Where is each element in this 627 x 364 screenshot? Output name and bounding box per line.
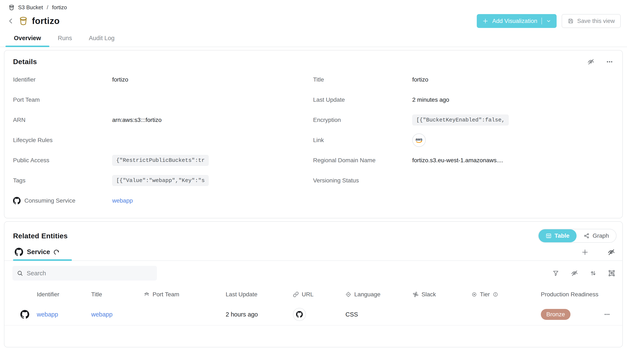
bucket-icon (8, 4, 15, 11)
col-slack[interactable]: Slack (413, 291, 471, 298)
field-port-team: Port Team (13, 90, 313, 110)
col-title[interactable]: Title (91, 291, 144, 298)
sort-icon[interactable] (590, 270, 597, 277)
github-icon (13, 197, 21, 205)
table-row[interactable]: webapp webapp 2 hours ago CSS Bronze (4, 304, 622, 325)
field-encryption: Encryption [{"BucketKeyEnabled":false, (313, 110, 613, 130)
row-title-link[interactable]: webapp (91, 311, 113, 318)
s3-bucket-icon (18, 16, 28, 26)
col-language[interactable]: Language (345, 291, 413, 298)
aws-link-badge[interactable]: aws (412, 133, 426, 147)
more-options-icon[interactable] (606, 58, 613, 65)
breadcrumb-entity[interactable]: fortizo (52, 4, 67, 11)
field-tags: Tags [{"Value":"webapp","Key":"s (13, 170, 313, 191)
hide-empty-values-icon[interactable] (587, 58, 595, 66)
hide-columns-icon[interactable] (571, 269, 578, 277)
group-by-icon[interactable] (608, 270, 615, 277)
field-lifecycle-rules: Lifecycle Rules (13, 130, 313, 150)
table-icon (546, 233, 552, 239)
related-entities-title: Related Entities (13, 232, 68, 240)
table-controls-row (12, 266, 615, 281)
field-title: Title fortizo (313, 70, 613, 90)
target-icon (471, 292, 477, 297)
add-visualization-label: Add Visualization (492, 18, 537, 24)
add-related-entity-button[interactable] (581, 248, 589, 256)
page-title: fortizo (32, 16, 60, 26)
related-entities-table: Identifier Title Port Team Last Update (4, 288, 622, 325)
tab-runs[interactable]: Runs (49, 35, 80, 47)
field-link: Link aws (313, 130, 613, 150)
table-header-row: Identifier Title Port Team Last Update (4, 288, 622, 301)
breadcrumb-blueprint[interactable]: S3 Bucket (18, 4, 43, 11)
related-entities-card: Related Entities Table Gra (4, 221, 623, 347)
header-actions: Add Visualization Save this view (477, 14, 621, 28)
tab-overview[interactable]: Overview (5, 35, 49, 47)
details-grid: Identifier fortizo Port Team ARN arn:aws… (4, 66, 622, 218)
breadcrumb-separator: / (47, 4, 49, 11)
breadcrumb: S3 Bucket / fortizo (0, 0, 627, 11)
field-last-update: Last Update 2 minutes ago (313, 90, 613, 110)
view-toggle: Table Graph (538, 229, 617, 243)
slack-icon (413, 292, 418, 297)
hide-empty-columns-icon[interactable] (607, 248, 615, 256)
field-regional-domain-name: Regional Domain Name fortizo.s3.eu-west-… (313, 150, 613, 170)
info-icon[interactable] (493, 292, 498, 297)
github-icon (15, 248, 23, 256)
row-blueprint-icon (13, 310, 37, 319)
col-production-readiness[interactable]: Production Readiness (541, 291, 604, 298)
related-tabs-row: Service (4, 248, 622, 261)
button-divider (541, 18, 542, 24)
details-card: Details Identifier fortizo Port Team ARN… (4, 50, 623, 218)
back-button[interactable] (6, 16, 15, 26)
row-identifier-link[interactable]: webapp (37, 311, 58, 318)
col-tier[interactable]: Tier (471, 291, 541, 298)
save-this-view-label: Save this view (577, 18, 615, 24)
field-versioning-status: Versioning Status (313, 170, 613, 191)
relation-direction-icon (54, 249, 60, 255)
save-this-view-button[interactable]: Save this view (562, 14, 621, 28)
search-box[interactable] (12, 266, 157, 281)
details-title: Details (13, 57, 37, 66)
col-identifier[interactable]: Identifier (37, 291, 91, 298)
table-view-toggle[interactable]: Table (538, 229, 576, 242)
tab-audit-log[interactable]: Audit Log (80, 35, 123, 47)
consuming-service-link[interactable]: webapp (112, 197, 133, 204)
row-language: CSS (345, 311, 413, 318)
tab-service[interactable]: Service (13, 248, 72, 260)
link-icon (293, 292, 299, 297)
search-icon (17, 270, 23, 277)
entity-tabs: Overview Runs Audit Log (0, 35, 627, 47)
col-port-team[interactable]: Port Team (144, 291, 226, 298)
entity-header: fortizo Add Visualization Save this view (0, 11, 627, 28)
graph-view-toggle[interactable]: Graph (576, 229, 616, 242)
filter-icon[interactable] (552, 270, 559, 277)
plus-icon (482, 18, 488, 24)
graph-icon (584, 233, 590, 239)
production-readiness-badge: Bronze (541, 309, 571, 320)
row-more-options-icon[interactable] (604, 311, 610, 317)
chevron-down-icon[interactable] (546, 18, 551, 24)
col-url[interactable]: URL (293, 291, 345, 298)
field-arn: ARN arn:aws:s3:::fortizo (13, 110, 313, 130)
related-entities-header: Related Entities Table Gra (4, 222, 622, 243)
team-icon (144, 292, 150, 297)
field-consuming-service: Consuming Service webapp (13, 191, 313, 211)
search-input[interactable] (27, 270, 153, 277)
col-last-update[interactable]: Last Update (226, 291, 293, 298)
details-card-header: Details (4, 51, 622, 66)
code-diamond-icon (345, 292, 351, 297)
row-last-update: 2 hours ago (226, 311, 293, 318)
row-github-url-link[interactable] (293, 308, 306, 321)
field-public-access: Public Access {"RestrictPublicBuckets":t… (13, 150, 313, 170)
add-visualization-button[interactable]: Add Visualization (477, 14, 557, 28)
save-icon (568, 18, 574, 24)
field-identifier: Identifier fortizo (13, 70, 313, 90)
